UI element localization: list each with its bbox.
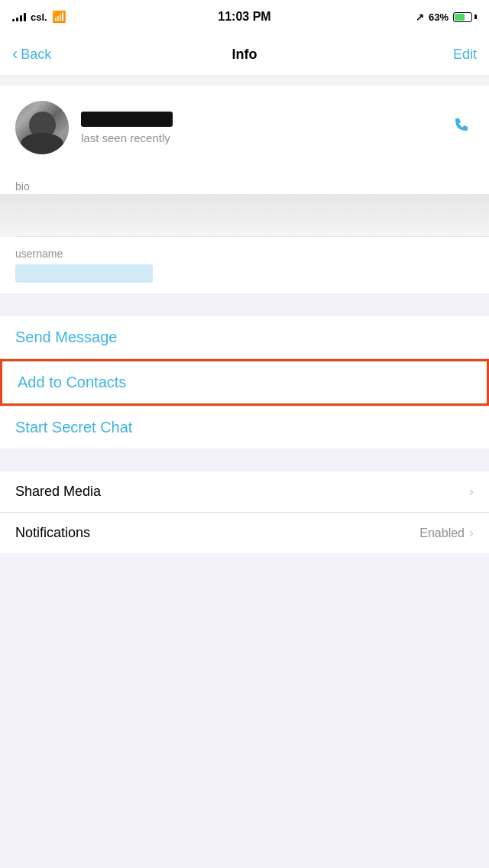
shared-media-row[interactable]: Shared Media ›	[0, 471, 489, 513]
shared-media-label: Shared Media	[15, 484, 101, 500]
notifications-right: Enabled ›	[419, 525, 474, 541]
wifi-icon: 📶	[52, 10, 66, 24]
avatar-image	[15, 101, 69, 154]
section-gap-1	[0, 293, 489, 316]
bio-content	[0, 194, 489, 236]
battery-icon	[453, 12, 477, 22]
bio-section: bio	[0, 170, 489, 236]
chevron-left-icon: ‹	[12, 44, 18, 64]
back-label[interactable]: Back	[21, 47, 51, 63]
back-button[interactable]: ‹ Back	[12, 46, 51, 64]
add-to-contacts-label: Add to Contacts	[18, 374, 126, 390]
battery-fill	[455, 14, 465, 21]
status-bar: csl. 📶 11:03 PM ↗ 63%	[0, 0, 489, 34]
battery-percent: 63%	[429, 11, 449, 23]
carrier-label: csl.	[31, 11, 47, 23]
start-secret-chat-button[interactable]: Start Secret Chat	[0, 406, 489, 449]
battery-tip	[474, 15, 477, 19]
bio-label: bio	[0, 170, 489, 194]
edit-button[interactable]: Edit	[453, 47, 477, 63]
signal-bar-4	[24, 13, 26, 21]
status-right: ↗ 63%	[416, 11, 477, 23]
username-section: username	[0, 237, 489, 293]
status-left: csl. 📶	[12, 10, 66, 24]
shared-media-right: ›	[469, 484, 474, 500]
signal-bars	[12, 12, 26, 21]
start-secret-chat-label: Start Secret Chat	[15, 419, 132, 436]
send-message-label: Send Message	[15, 329, 117, 345]
signal-bar-1	[12, 19, 15, 21]
signal-bar-3	[20, 15, 22, 21]
username-label: username	[15, 248, 474, 260]
location-icon: ↗	[416, 11, 424, 23]
notifications-value: Enabled	[419, 526, 465, 540]
phone-call-button[interactable]	[451, 114, 474, 142]
username-value	[15, 264, 153, 283]
profile-info: last seen recently	[81, 112, 173, 144]
battery-body	[453, 12, 472, 22]
chevron-right-icon-shared-media: ›	[469, 484, 474, 500]
avatar	[15, 101, 69, 154]
nav-bar: ‹ Back Info Edit	[0, 34, 489, 76]
profile-status: last seen recently	[81, 131, 173, 144]
signal-bar-2	[16, 18, 18, 21]
page-title: Info	[232, 47, 257, 63]
chevron-right-icon-notifications: ›	[469, 525, 474, 541]
profile-name	[81, 112, 173, 127]
section-list: Shared Media › Notifications Enabled ›	[0, 471, 489, 553]
status-time: 11:03 PM	[218, 10, 270, 24]
profile-left: last seen recently	[15, 101, 173, 154]
add-to-contacts-button[interactable]: Add to Contacts	[0, 359, 489, 406]
notifications-row[interactable]: Notifications Enabled ›	[0, 513, 489, 553]
send-message-button[interactable]: Send Message	[0, 316, 489, 359]
profile-section: last seen recently	[0, 86, 489, 170]
notifications-label: Notifications	[15, 525, 90, 541]
actions-section: Send Message Add to Contacts Start Secre…	[0, 316, 489, 449]
